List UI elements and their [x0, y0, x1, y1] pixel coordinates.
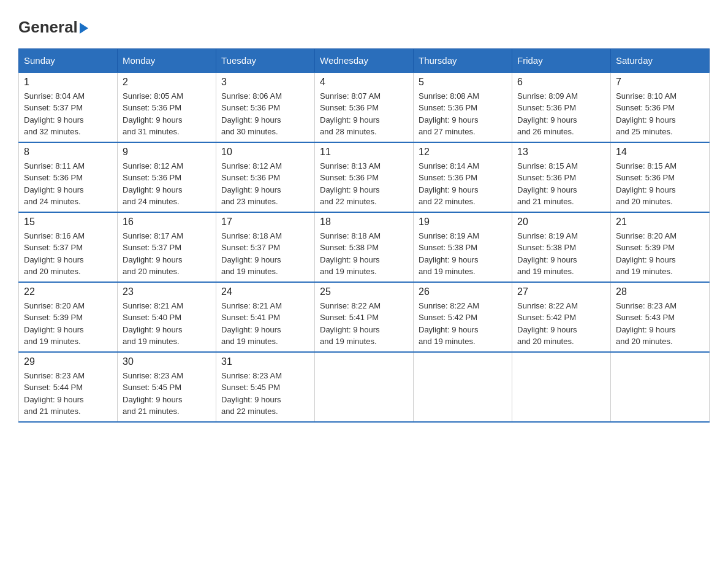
- weekday-header: Tuesday: [216, 48, 315, 72]
- calendar-day-cell: 4Sunrise: 8:07 AMSunset: 5:36 PMDaylight…: [315, 72, 414, 142]
- calendar-week-row: 29Sunrise: 8:23 AMSunset: 5:44 PMDayligh…: [19, 352, 710, 422]
- logo: General: [18, 18, 88, 36]
- day-number: 13: [517, 147, 605, 158]
- day-info: Sunrise: 8:15 AMSunset: 5:36 PMDaylight:…: [616, 160, 704, 208]
- calendar-day-cell: 23Sunrise: 8:21 AMSunset: 5:40 PMDayligh…: [118, 282, 216, 352]
- weekday-header: Saturday: [611, 48, 710, 72]
- day-info: Sunrise: 8:13 AMSunset: 5:36 PMDaylight:…: [320, 160, 408, 208]
- weekday-header-row: SundayMondayTuesdayWednesdayThursdayFrid…: [19, 48, 710, 72]
- calendar-day-cell: 9Sunrise: 8:12 AMSunset: 5:36 PMDaylight…: [118, 142, 216, 212]
- day-number: 14: [616, 147, 704, 158]
- calendar-day-cell: 27Sunrise: 8:22 AMSunset: 5:42 PMDayligh…: [512, 282, 611, 352]
- calendar-day-cell: 19Sunrise: 8:19 AMSunset: 5:38 PMDayligh…: [414, 212, 512, 282]
- calendar-day-cell: 21Sunrise: 8:20 AMSunset: 5:39 PMDayligh…: [611, 212, 710, 282]
- day-info: Sunrise: 8:05 AMSunset: 5:36 PMDaylight:…: [123, 90, 211, 138]
- calendar-day-cell: 7Sunrise: 8:10 AMSunset: 5:36 PMDaylight…: [611, 72, 710, 142]
- day-info: Sunrise: 8:07 AMSunset: 5:36 PMDaylight:…: [320, 90, 408, 138]
- calendar-day-cell: 18Sunrise: 8:18 AMSunset: 5:38 PMDayligh…: [315, 212, 414, 282]
- calendar-day-cell: 24Sunrise: 8:21 AMSunset: 5:41 PMDayligh…: [216, 282, 315, 352]
- calendar-day-cell: 1Sunrise: 8:04 AMSunset: 5:37 PMDaylight…: [19, 72, 118, 142]
- day-number: 10: [221, 147, 309, 158]
- day-info: Sunrise: 8:23 AMSunset: 5:45 PMDaylight:…: [123, 370, 211, 418]
- day-info: Sunrise: 8:21 AMSunset: 5:41 PMDaylight:…: [221, 300, 309, 348]
- day-number: 20: [517, 216, 605, 228]
- day-info: Sunrise: 8:22 AMSunset: 5:42 PMDaylight:…: [419, 300, 507, 348]
- day-number: 6: [517, 77, 605, 88]
- calendar-day-cell: 8Sunrise: 8:11 AMSunset: 5:36 PMDaylight…: [19, 142, 118, 212]
- calendar-day-cell: 3Sunrise: 8:06 AMSunset: 5:36 PMDaylight…: [216, 72, 315, 142]
- calendar-day-cell: 26Sunrise: 8:22 AMSunset: 5:42 PMDayligh…: [414, 282, 512, 352]
- calendar-day-cell: 11Sunrise: 8:13 AMSunset: 5:36 PMDayligh…: [315, 142, 414, 212]
- calendar-day-cell: [512, 352, 611, 422]
- day-info: Sunrise: 8:23 AMSunset: 5:43 PMDaylight:…: [616, 300, 704, 348]
- calendar-week-row: 15Sunrise: 8:16 AMSunset: 5:37 PMDayligh…: [19, 212, 710, 282]
- day-info: Sunrise: 8:22 AMSunset: 5:42 PMDaylight:…: [517, 300, 605, 348]
- calendar-table: SundayMondayTuesdayWednesdayThursdayFrid…: [18, 48, 710, 423]
- calendar-day-cell: 20Sunrise: 8:19 AMSunset: 5:38 PMDayligh…: [512, 212, 611, 282]
- calendar-day-cell: 13Sunrise: 8:15 AMSunset: 5:36 PMDayligh…: [512, 142, 611, 212]
- calendar-day-cell: [414, 352, 512, 422]
- day-info: Sunrise: 8:18 AMSunset: 5:37 PMDaylight:…: [221, 230, 309, 278]
- day-number: 8: [24, 147, 112, 158]
- calendar-day-cell: 29Sunrise: 8:23 AMSunset: 5:44 PMDayligh…: [19, 352, 118, 422]
- day-info: Sunrise: 8:23 AMSunset: 5:45 PMDaylight:…: [221, 370, 309, 418]
- day-info: Sunrise: 8:09 AMSunset: 5:36 PMDaylight:…: [517, 90, 605, 138]
- day-info: Sunrise: 8:20 AMSunset: 5:39 PMDaylight:…: [24, 300, 112, 348]
- day-number: 11: [320, 147, 408, 158]
- day-info: Sunrise: 8:08 AMSunset: 5:36 PMDaylight:…: [419, 90, 507, 138]
- day-info: Sunrise: 8:21 AMSunset: 5:40 PMDaylight:…: [123, 300, 211, 348]
- calendar-day-cell: 28Sunrise: 8:23 AMSunset: 5:43 PMDayligh…: [611, 282, 710, 352]
- day-number: 5: [419, 77, 507, 88]
- calendar-day-cell: 16Sunrise: 8:17 AMSunset: 5:37 PMDayligh…: [118, 212, 216, 282]
- calendar-day-cell: [315, 352, 414, 422]
- day-number: 3: [221, 77, 309, 88]
- day-info: Sunrise: 8:17 AMSunset: 5:37 PMDaylight:…: [123, 230, 211, 278]
- page-header: General: [18, 18, 710, 36]
- day-number: 27: [517, 286, 605, 297]
- weekday-header: Wednesday: [315, 48, 414, 72]
- day-number: 31: [221, 356, 309, 367]
- day-number: 18: [320, 216, 408, 228]
- calendar-week-row: 22Sunrise: 8:20 AMSunset: 5:39 PMDayligh…: [19, 282, 710, 352]
- day-info: Sunrise: 8:20 AMSunset: 5:39 PMDaylight:…: [616, 230, 704, 278]
- day-number: 16: [123, 216, 211, 228]
- day-number: 9: [123, 147, 211, 158]
- calendar-day-cell: 6Sunrise: 8:09 AMSunset: 5:36 PMDaylight…: [512, 72, 611, 142]
- calendar-day-cell: 15Sunrise: 8:16 AMSunset: 5:37 PMDayligh…: [19, 212, 118, 282]
- day-info: Sunrise: 8:19 AMSunset: 5:38 PMDaylight:…: [419, 230, 507, 278]
- day-number: 7: [616, 77, 704, 88]
- calendar-day-cell: [611, 352, 710, 422]
- day-info: Sunrise: 8:16 AMSunset: 5:37 PMDaylight:…: [24, 230, 112, 278]
- day-info: Sunrise: 8:11 AMSunset: 5:36 PMDaylight:…: [24, 160, 112, 208]
- calendar-day-cell: 14Sunrise: 8:15 AMSunset: 5:36 PMDayligh…: [611, 142, 710, 212]
- calendar-day-cell: 12Sunrise: 8:14 AMSunset: 5:36 PMDayligh…: [414, 142, 512, 212]
- day-number: 22: [24, 286, 112, 297]
- day-number: 29: [24, 356, 112, 367]
- day-info: Sunrise: 8:12 AMSunset: 5:36 PMDaylight:…: [221, 160, 309, 208]
- day-number: 23: [123, 286, 211, 297]
- calendar-day-cell: 22Sunrise: 8:20 AMSunset: 5:39 PMDayligh…: [19, 282, 118, 352]
- weekday-header: Monday: [118, 48, 216, 72]
- day-info: Sunrise: 8:22 AMSunset: 5:41 PMDaylight:…: [320, 300, 408, 348]
- calendar-day-cell: 2Sunrise: 8:05 AMSunset: 5:36 PMDaylight…: [118, 72, 216, 142]
- day-number: 15: [24, 216, 112, 228]
- calendar-day-cell: 17Sunrise: 8:18 AMSunset: 5:37 PMDayligh…: [216, 212, 315, 282]
- weekday-header: Sunday: [19, 48, 118, 72]
- weekday-header: Thursday: [414, 48, 512, 72]
- day-info: Sunrise: 8:19 AMSunset: 5:38 PMDaylight:…: [517, 230, 605, 278]
- day-number: 12: [419, 147, 507, 158]
- logo-arrow-icon: [80, 23, 88, 34]
- weekday-header: Friday: [512, 48, 611, 72]
- day-number: 4: [320, 77, 408, 88]
- calendar-week-row: 8Sunrise: 8:11 AMSunset: 5:36 PMDaylight…: [19, 142, 710, 212]
- day-info: Sunrise: 8:15 AMSunset: 5:36 PMDaylight:…: [517, 160, 605, 208]
- calendar-day-cell: 5Sunrise: 8:08 AMSunset: 5:36 PMDaylight…: [414, 72, 512, 142]
- day-info: Sunrise: 8:06 AMSunset: 5:36 PMDaylight:…: [221, 90, 309, 138]
- day-info: Sunrise: 8:10 AMSunset: 5:36 PMDaylight:…: [616, 90, 704, 138]
- day-number: 17: [221, 216, 309, 228]
- calendar-day-cell: 10Sunrise: 8:12 AMSunset: 5:36 PMDayligh…: [216, 142, 315, 212]
- calendar-day-cell: 30Sunrise: 8:23 AMSunset: 5:45 PMDayligh…: [118, 352, 216, 422]
- calendar-day-cell: 31Sunrise: 8:23 AMSunset: 5:45 PMDayligh…: [216, 352, 315, 422]
- day-number: 21: [616, 216, 704, 228]
- day-number: 30: [123, 356, 211, 367]
